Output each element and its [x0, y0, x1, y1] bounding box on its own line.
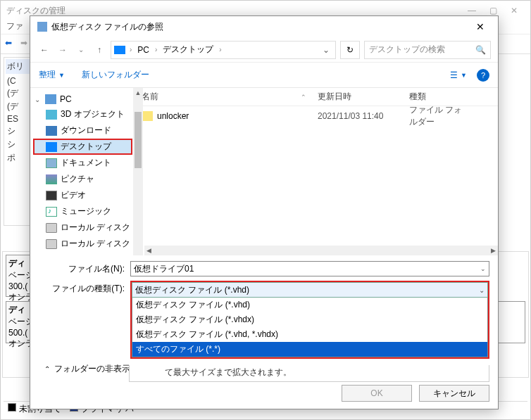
filetype-value: 仮想ディスク ファイル (*.vhd)	[135, 284, 249, 296]
filename-label: ファイル名(N):	[39, 263, 130, 275]
dialog-bottom: ファイル名(N): 仮想ドライブ01⌄ ファイルの種類(T): 仮想ディスク フ…	[30, 255, 498, 379]
volume-list: ボリ (C (デ (デ ES シ シ ポ	[4, 57, 32, 226]
tree-music[interactable]: ミュージック	[33, 203, 132, 219]
partial-background-text: て最大サイズまで拡大されます。	[129, 365, 489, 382]
file-hscrollbar[interactable]: ◀ ▶	[144, 246, 498, 255]
addr-dropdown-icon[interactable]: ⌄	[320, 45, 332, 55]
organize-label: 整理	[39, 69, 56, 81]
recent-dd[interactable]: ⌄	[74, 46, 88, 53]
file-type: ファイル フォルダー	[404, 104, 474, 128]
scroll-right-icon[interactable]: ▶	[489, 247, 498, 254]
tree-pc[interactable]: ⌄PC	[33, 92, 132, 106]
up-button[interactable]: ↑	[92, 45, 106, 55]
chevron-down-icon: ⌄	[479, 286, 485, 294]
tree-label: ダウンロード	[61, 125, 111, 136]
scroll-up-icon[interactable]: ▲	[134, 88, 143, 98]
tree-desktop[interactable]: デスクトップ	[33, 139, 132, 155]
minimize-icon[interactable]: —	[461, 6, 482, 15]
breadcrumb-pc[interactable]: PC	[136, 45, 151, 55]
tree-scrollbar[interactable]: ▲	[133, 88, 143, 255]
search-icon[interactable]: 🔍	[475, 45, 486, 55]
vol-row[interactable]: (C	[6, 75, 30, 87]
music-icon	[46, 207, 57, 217]
view-button[interactable]: ☰ ▼	[450, 70, 467, 80]
tree-label: ビデオ	[61, 189, 86, 201]
help-button[interactable]: ?	[477, 69, 489, 82]
new-folder-button[interactable]: 新しいフォルダー	[82, 69, 149, 81]
tree-3d[interactable]: 3D オブジェクト	[33, 106, 132, 122]
tree-local-disk[interactable]: ローカル ディスク (C	[33, 236, 132, 252]
breadcrumb-sep[interactable]: ›	[154, 46, 158, 53]
scroll-thumb[interactable]	[135, 112, 142, 168]
pc-icon	[45, 94, 56, 104]
col-name[interactable]: 名前⌃	[136, 91, 312, 103]
file-row[interactable]: unlocker 2021/11/03 11:40 ファイル フォルダー	[136, 106, 498, 126]
sort-indicator: ⌃	[301, 94, 306, 101]
filetype-label: ファイルの種類(T):	[39, 281, 130, 295]
legend-swatch-unalloc	[8, 403, 16, 412]
breadcrumb-desktop[interactable]: デスクトップ	[161, 44, 215, 56]
chevron-up-icon: ⌃	[44, 365, 50, 373]
col-type[interactable]: 種類	[404, 91, 474, 103]
hdd-icon	[46, 223, 57, 233]
search-input[interactable]: デスクトップの検索 🔍	[364, 41, 491, 59]
forward-button[interactable]: →	[56, 45, 70, 55]
tree-label: 3D オブジェクト	[61, 108, 125, 120]
col-date[interactable]: 更新日時	[312, 91, 404, 103]
tree-pictures[interactable]: ピクチャ	[33, 171, 132, 187]
dialog-titlebar: 仮想ディスク ファイルの参照 ✕	[30, 16, 498, 37]
bg-title-text: ディスクの管理	[6, 5, 65, 17]
filetype-option[interactable]: すべてのファイル (*.*)	[132, 342, 487, 357]
menu-file[interactable]: ファ	[6, 20, 23, 34]
combo-arrow-icon[interactable]: ⌄	[480, 265, 486, 272]
folder-icon	[142, 111, 153, 121]
filename-row: ファイル名(N): 仮想ドライブ01⌄	[39, 261, 489, 276]
vol-row[interactable]: シ	[6, 125, 30, 138]
document-icon	[46, 158, 57, 168]
filetype-combo[interactable]: 仮想ディスク ファイル (*.vhd) ⌄	[132, 282, 488, 298]
breadcrumb-sep[interactable]: ›	[218, 46, 223, 53]
maximize-icon[interactable]: ▢	[482, 6, 504, 15]
tree-videos[interactable]: ビデオ	[33, 187, 132, 203]
file-open-dialog: 仮想ディスク ファイルの参照 ✕ ← → ⌄ ↑ › PC › デスクトップ ›…	[30, 15, 499, 409]
back-button[interactable]: ←	[37, 45, 51, 55]
folder-toggle-label: フォルダーの非表示	[54, 363, 130, 375]
view-icon: ☰	[450, 70, 458, 80]
tree-label: ローカル ディスク (C	[61, 222, 136, 234]
folder-tree: ⌄PC 3D オブジェクト ダウンロード デスクトップ ドキュメント ピクチャ …	[30, 88, 136, 255]
vol-row[interactable]: ポ	[6, 151, 30, 165]
tree-label: ドキュメント	[61, 157, 111, 169]
dialog-body: ⌄PC 3D オブジェクト ダウンロード デスクトップ ドキュメント ピクチャ …	[30, 88, 498, 255]
close-button[interactable]: ✕	[470, 21, 491, 32]
vol-row[interactable]: (デ	[6, 87, 30, 100]
file-list: 名前⌃ 更新日時 種類 unlocker 2021/11/03 11:40 ファ…	[136, 88, 498, 255]
ok-button[interactable]: OK	[342, 385, 412, 402]
vol-row[interactable]: ES	[6, 113, 30, 125]
vol-row[interactable]: (デ	[6, 100, 30, 113]
filetype-option[interactable]: 仮想ディスク ファイル (*.vhd)	[132, 298, 487, 312]
tree-label: ローカル ディスク (C	[61, 238, 136, 250]
tree-label: デスクトップ	[61, 141, 111, 153]
cancel-button[interactable]: キャンセル	[419, 385, 489, 402]
nav-bar: ← → ⌄ ↑ › PC › デスクトップ › ⌄ ↻ デスクトップの検索 🔍	[30, 37, 498, 63]
back-icon[interactable]: ⬅	[5, 38, 18, 51]
close-icon[interactable]: ✕	[504, 6, 525, 15]
dialog-title: 仮想ディスク ファイルの参照	[51, 21, 470, 33]
desktop-icon	[46, 142, 57, 152]
filetype-option[interactable]: 仮想ディスク ファイル (*.vhd, *.vhdx)	[132, 327, 487, 342]
file-name: unlocker	[157, 111, 189, 121]
dialog-toolbar: 整理 ▼ 新しいフォルダー ☰ ▼ ?	[30, 63, 498, 88]
breadcrumb-sep[interactable]: ›	[128, 46, 133, 53]
scroll-left-icon[interactable]: ◀	[144, 247, 154, 254]
refresh-button[interactable]: ↻	[340, 41, 360, 59]
vol-row[interactable]: シ	[6, 138, 30, 151]
tree-documents[interactable]: ドキュメント	[33, 155, 132, 171]
address-bar[interactable]: › PC › デスクトップ › ⌄	[111, 41, 336, 59]
filename-input[interactable]: 仮想ドライブ01⌄	[130, 261, 489, 276]
organize-button[interactable]: 整理 ▼	[39, 69, 65, 81]
filetype-option[interactable]: 仮想ディスク ファイル (*.vhdx)	[132, 312, 487, 327]
tree-local-disk[interactable]: ローカル ディスク (C	[33, 219, 132, 236]
tree-downloads[interactable]: ダウンロード	[33, 122, 132, 139]
file-date: 2021/11/03 11:40	[312, 111, 404, 121]
disk-size: 500.(	[8, 328, 27, 338]
